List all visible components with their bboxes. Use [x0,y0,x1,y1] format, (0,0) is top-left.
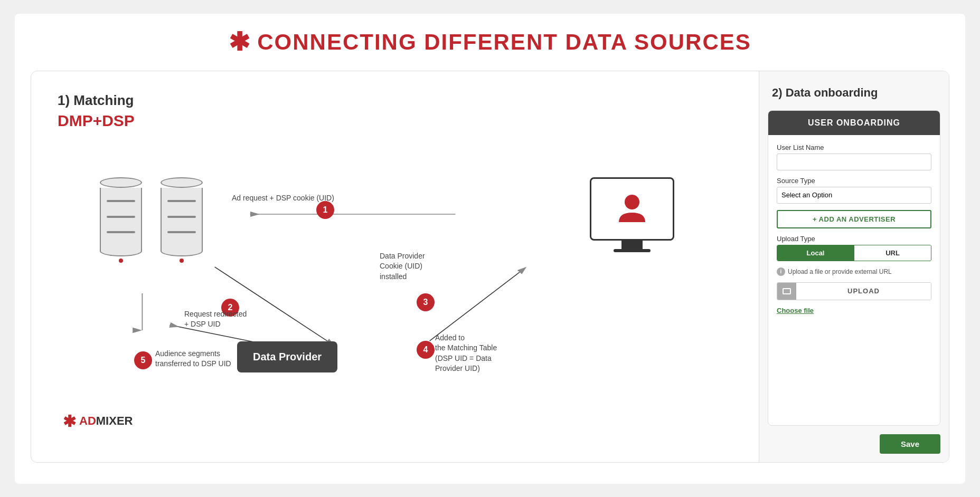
user-silhouette-svg [614,190,651,227]
upload-type-local-button[interactable]: Local [777,245,854,261]
step-circle-3: 3 [417,293,435,311]
db-top-left [100,177,142,188]
onboarding-header: USER ONBOARDING [768,111,940,135]
db-body-left [100,188,142,246]
db-line [107,231,135,233]
section1-title: 1) Matching [58,92,738,109]
annotation-5: Audience segmentstransferred to DSP UID [155,349,231,369]
db-icon-right [161,177,203,263]
onboarding-body: User List Name Source Type Select an Opt… [768,135,940,425]
upload-hint-text: Upload a file or provide external URL [788,268,892,275]
page-wrapper: ✱ CONNECTING DIFFERENT DATA SOURCES 1) M… [15,14,965,484]
upload-type-field: Upload Type Local URL [777,235,931,261]
db-dot-left [119,259,123,263]
db-bottom-right [161,246,203,256]
step-circle-1: 1 [316,201,334,219]
step-circle-4: 4 [417,341,435,359]
user-list-name-input[interactable] [777,154,931,170]
step-circle-5: 5 [134,351,152,369]
info-icon: i [777,267,785,276]
upload-type-label: Upload Type [777,235,931,243]
db-line [107,200,135,202]
save-button[interactable]: Save [880,434,940,454]
admixer-asterisk-icon: ✱ [229,30,250,55]
annotation-1: Ad request + DSP cookie (UID) [232,193,334,204]
db-cylinder-right [161,177,203,256]
main-card: 1) Matching DMP+DSP [31,71,949,463]
dmp-dsp-label: DMP+DSP [58,112,738,130]
right-panel-footer: Save [759,426,949,462]
right-panel: 2) Data onboarding USER ONBOARDING User … [759,71,949,462]
upload-file-button[interactable] [777,283,796,300]
monitor-screen [590,177,674,241]
monitor-base [614,249,651,252]
upload-label: UPLOAD [796,283,931,300]
db-bottom-left [100,246,142,256]
annotation-3: Data ProviderCookie (UID)installed [380,251,425,282]
annotation-4: Added tothe Matching Table(DSP UID = Dat… [435,333,497,374]
page-title-row: ✱ CONNECTING DIFFERENT DATA SOURCES [31,30,949,55]
admixer-logo: ✱ ADMIXER [63,412,133,431]
user-list-name-field: User List Name [777,144,931,170]
db-line [107,216,135,218]
upload-row: UPLOAD [777,282,931,300]
user-list-name-label: User List Name [777,144,931,151]
annotation-2: Request redirected+ DSP UID [184,309,247,330]
db-body-right [161,188,203,246]
db-icon-left [100,177,142,263]
diagram-canvas: 1 Ad request + DSP cookie (UID) 2 Reques… [58,146,738,441]
svg-line-6 [430,272,520,341]
admixer-asterisk-logo: ✱ [63,412,76,431]
admixer-brand-text: ADMIXER [79,414,133,428]
upload-type-buttons: Local URL [777,245,931,261]
monitor-icon [590,177,674,252]
choose-file-link[interactable]: Choose file [777,307,931,314]
db-line [167,231,195,233]
db-line [167,216,195,218]
svg-point-9 [625,195,639,209]
right-panel-title: 2) Data onboarding [772,86,936,100]
data-provider-box: Data Provider [237,341,337,372]
source-type-field: Source Type Select an Option [777,177,931,204]
db-line [167,200,195,202]
source-type-select[interactable]: Select an Option [777,187,931,204]
right-panel-title-row: 2) Data onboarding [759,71,949,110]
upload-type-url-button[interactable]: URL [854,245,931,261]
diagram-section: 1) Matching DMP+DSP [31,71,759,462]
add-advertiser-button[interactable]: + ADD AN ADVERTISER [777,210,931,228]
file-icon [783,288,791,294]
db-top-right [161,177,203,188]
db-dot-right [180,259,184,263]
onboarding-box: USER ONBOARDING User List Name Source Ty… [768,110,940,426]
source-type-label: Source Type [777,177,931,185]
upload-hint: i Upload a file or provide external URL [777,267,931,276]
page-title: CONNECTING DIFFERENT DATA SOURCES [257,30,751,55]
db-cylinder-left [100,177,142,256]
monitor-stand [621,241,643,249]
